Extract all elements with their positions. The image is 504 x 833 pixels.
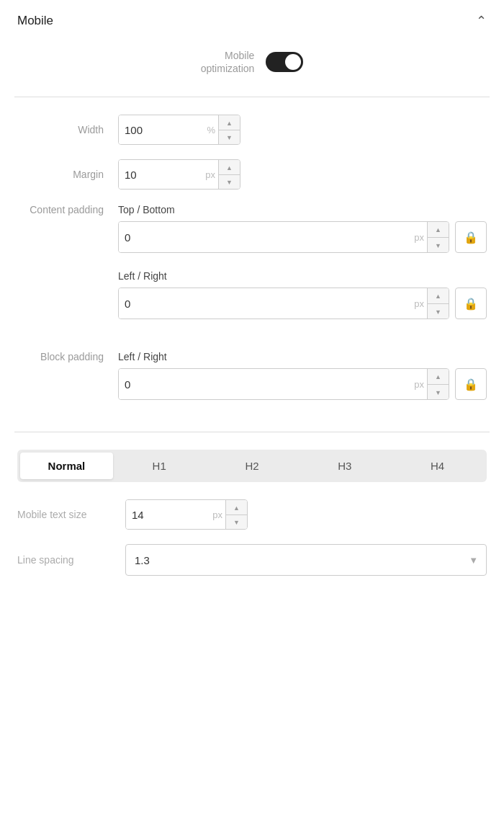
content-tb-increment[interactable]	[428, 222, 449, 238]
block-padding-lr-wrap: px	[118, 368, 449, 400]
block-padding-left-right: Left / Right px 🔒	[118, 351, 487, 400]
width-increment[interactable]	[219, 115, 240, 130]
text-size-increment[interactable]	[226, 500, 247, 515]
mobile-panel: Mobile ⌃ Mobile optimization Width %	[0, 0, 504, 612]
content-padding-lr-lock[interactable]: 🔒	[455, 288, 487, 319]
content-padding-controls: Top / Bottom px 🔒	[118, 204, 487, 337]
mobile-text-size-spinner	[225, 500, 247, 529]
content-padding-tb-label: Top / Bottom	[118, 204, 487, 215]
collapse-icon[interactable]: ⌃	[476, 13, 487, 29]
mobile-text-size-wrap: px	[125, 499, 248, 530]
content-padding-lr-row: px 🔒	[118, 288, 487, 319]
mobile-text-size-label: Mobile text size	[17, 509, 125, 520]
tab-h2[interactable]: H2	[206, 453, 299, 479]
section-divider-2	[14, 432, 490, 432]
line-spacing-row: Line spacing 1.0 1.1 1.2 1.3 1.4 1.5 1.6…	[17, 544, 487, 576]
content-padding-lr-input[interactable]	[119, 288, 414, 318]
margin-unit: px	[205, 160, 218, 189]
text-size-decrement[interactable]	[226, 515, 247, 530]
block-padding-label: Block padding	[17, 351, 118, 362]
content-padding-top-bottom: Top / Bottom px 🔒	[118, 204, 487, 253]
content-padding-tb-wrap: px	[118, 221, 449, 253]
block-padding-row: Block padding Left / Right px �	[17, 351, 487, 417]
line-spacing-label: Line spacing	[17, 554, 125, 566]
panel-title: Mobile	[17, 14, 53, 28]
width-input[interactable]	[119, 115, 207, 144]
block-padding-lr-unit: px	[414, 369, 427, 399]
form-section: Width % Margin px	[0, 97, 504, 417]
content-padding-lr-spinner	[427, 288, 449, 318]
width-spinner	[218, 115, 240, 144]
tab-h3[interactable]: H3	[298, 453, 391, 479]
content-padding-lr-label: Left / Right	[118, 270, 487, 282]
block-padding-lr-lock[interactable]: 🔒	[455, 368, 487, 400]
mobile-text-size-row: Mobile text size px	[17, 499, 487, 530]
content-padding-tb-input[interactable]	[119, 222, 414, 252]
block-padding-lr-label: Left / Right	[118, 351, 487, 362]
mobile-optimization-label: Mobile optimization	[201, 49, 255, 75]
width-row: Width %	[17, 115, 487, 145]
content-padding-label: Content padding	[17, 204, 118, 215]
margin-spinner	[218, 160, 240, 189]
margin-label: Margin	[17, 169, 118, 180]
content-lr-increment[interactable]	[428, 288, 449, 304]
width-input-wrap: %	[118, 115, 240, 145]
block-lr-increment[interactable]	[428, 369, 449, 385]
mobile-text-size-unit: px	[212, 500, 225, 529]
line-spacing-select[interactable]: 1.0 1.1 1.2 1.3 1.4 1.5 1.6 1.8 2.0	[125, 544, 487, 576]
content-padding-tb-lock[interactable]: 🔒	[455, 221, 487, 253]
block-padding-controls: Left / Right px 🔒	[118, 351, 487, 417]
tab-h1[interactable]: H1	[113, 453, 206, 479]
panel-header: Mobile ⌃	[0, 0, 504, 42]
margin-row: Margin px	[17, 159, 487, 190]
width-unit: %	[207, 115, 219, 144]
width-label: Width	[17, 124, 118, 135]
content-padding-left-right: Left / Right px 🔒	[118, 270, 487, 319]
tab-h4[interactable]: H4	[391, 453, 484, 479]
content-tb-decrement[interactable]	[428, 238, 449, 253]
line-spacing-select-wrap: 1.0 1.1 1.2 1.3 1.4 1.5 1.6 1.8 2.0 ▼	[125, 544, 487, 576]
margin-input[interactable]	[119, 160, 205, 189]
width-decrement[interactable]	[219, 130, 240, 145]
mobile-optimization-toggle[interactable]	[266, 52, 303, 72]
content-lr-decrement[interactable]	[428, 304, 449, 319]
tab-normal[interactable]: Normal	[20, 453, 113, 479]
margin-decrement[interactable]	[219, 175, 240, 190]
margin-input-wrap: px	[118, 159, 240, 190]
mobile-optimization-row: Mobile optimization	[0, 42, 504, 97]
block-padding-lr-spinner	[427, 369, 449, 399]
content-padding-lr-wrap: px	[118, 288, 449, 319]
bottom-form: Mobile text size px Line spacing 1.0 1.1…	[0, 499, 504, 612]
margin-increment[interactable]	[219, 160, 240, 175]
tabs-row: Normal H1 H2 H3 H4	[17, 450, 487, 482]
block-lr-decrement[interactable]	[428, 385, 449, 400]
content-padding-lr-unit: px	[414, 288, 427, 318]
content-padding-tb-row: px 🔒	[118, 221, 487, 253]
block-padding-lr-input[interactable]	[119, 369, 414, 399]
mobile-text-size-input[interactable]	[126, 500, 212, 529]
content-padding-tb-spinner	[427, 222, 449, 252]
content-padding-row: Content padding Top / Bottom px	[17, 204, 487, 337]
block-padding-lr-row: px 🔒	[118, 368, 487, 400]
content-padding-tb-unit: px	[414, 222, 427, 252]
